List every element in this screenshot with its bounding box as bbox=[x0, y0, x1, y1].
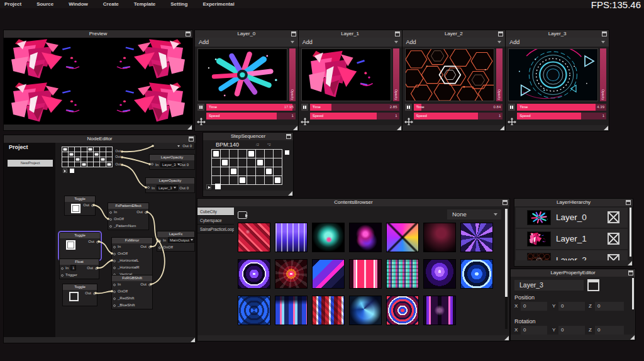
node-layeropacity-2[interactable]: LayerOpacityInLayer_3Out 0 bbox=[146, 178, 194, 192]
bpm-half-button[interactable]: /2 bbox=[256, 143, 259, 147]
node-fxmirror[interactable]: FxMirrorInOutOnOff_HorizontalL_Horizonta… bbox=[112, 238, 152, 278]
output-port[interactable] bbox=[93, 292, 96, 295]
resize-handle[interactable] bbox=[504, 336, 509, 340]
thumbnail-teal-burst[interactable] bbox=[312, 223, 345, 252]
layer-thumbnail[interactable] bbox=[301, 48, 391, 101]
input-port[interactable] bbox=[113, 260, 116, 262]
node-layerfx[interactable]: LayerFxInMainOutputOnOff bbox=[157, 231, 194, 251]
speed-slider[interactable]: Speed1 bbox=[310, 113, 399, 119]
resize-handle[interactable] bbox=[293, 126, 297, 130]
node-title[interactable]: Toggle bbox=[65, 196, 95, 202]
target-layer-select[interactable]: None bbox=[447, 209, 501, 219]
sidebar-item-newproject[interactable]: NewProject bbox=[8, 160, 53, 167]
delete-layer-button[interactable] bbox=[608, 211, 619, 223]
resize-handle[interactable] bbox=[630, 335, 635, 340]
delete-layer-button[interactable] bbox=[608, 233, 619, 245]
resize-handle[interactable] bbox=[628, 261, 632, 265]
node-title[interactable]: Toggle bbox=[63, 284, 97, 290]
window-icon[interactable] bbox=[602, 31, 607, 36]
opacity-slider[interactable]: Opacity bbox=[289, 48, 296, 101]
input-port[interactable] bbox=[158, 247, 161, 249]
window-icon[interactable] bbox=[498, 31, 503, 36]
menu-item-setting[interactable]: Setting bbox=[170, 1, 187, 7]
layer-thumbnail[interactable] bbox=[197, 48, 287, 101]
window-icon[interactable] bbox=[628, 270, 633, 275]
toggle-checkbox[interactable] bbox=[66, 240, 75, 250]
window-icon[interactable] bbox=[291, 31, 296, 36]
output-port[interactable] bbox=[91, 204, 94, 207]
step-sequencer-header[interactable]: StepSequencer bbox=[203, 133, 293, 140]
thumbnail-violet-tunnel[interactable] bbox=[238, 259, 270, 289]
step-indicator[interactable] bbox=[215, 184, 221, 189]
toggle-checkbox[interactable] bbox=[71, 204, 80, 213]
input-port[interactable] bbox=[113, 291, 116, 293]
resize-handle[interactable] bbox=[604, 126, 608, 130]
rotation-y-input[interactable]: 0 bbox=[558, 326, 585, 335]
resize-handle[interactable] bbox=[191, 338, 195, 342]
input-port[interactable] bbox=[113, 267, 116, 269]
thumbnail-dark-red-haze[interactable] bbox=[423, 223, 456, 252]
menu-item-template[interactable]: Template bbox=[134, 1, 156, 7]
node-title[interactable]: LayerOpacity bbox=[146, 178, 194, 184]
thumbnail-ring-mandala[interactable] bbox=[386, 296, 419, 325]
node-stepsequencer[interactable] bbox=[62, 147, 113, 170]
node-float[interactable]: FloatIn1OutTrigger bbox=[60, 259, 99, 279]
delete-layer-button[interactable] bbox=[608, 254, 619, 260]
add-effect-dropdown[interactable]: Add bbox=[402, 38, 506, 47]
menu-item-window[interactable]: Window bbox=[69, 1, 88, 7]
time-slider[interactable]: Time0.84 bbox=[414, 104, 503, 111]
hierarchy-scrollbar[interactable] bbox=[630, 208, 631, 257]
window-icon[interactable] bbox=[286, 134, 291, 139]
node-title[interactable]: LayerFx bbox=[157, 231, 194, 237]
add-effect-dropdown[interactable]: Add bbox=[299, 38, 402, 47]
input-port[interactable] bbox=[61, 274, 64, 277]
input-port[interactable] bbox=[113, 304, 116, 307]
pause-button[interactable] bbox=[301, 104, 308, 111]
input-port[interactable] bbox=[113, 246, 116, 248]
contents-browser-header[interactable]: ContentsBrowser bbox=[197, 199, 509, 206]
time-slider[interactable]: Time17.95 bbox=[206, 104, 296, 111]
input-port[interactable] bbox=[113, 297, 116, 300]
preview-header[interactable]: Preview bbox=[4, 30, 192, 38]
bpm-double-button[interactable]: *2 bbox=[267, 143, 271, 147]
output-port[interactable] bbox=[95, 267, 97, 270]
window-icon[interactable] bbox=[189, 136, 194, 142]
node-title[interactable]: FxMirror bbox=[112, 238, 152, 243]
speed-slider[interactable]: Speed1 bbox=[414, 113, 503, 119]
thumbnail-blue-panels[interactable] bbox=[312, 259, 345, 289]
add-effect-dropdown[interactable]: Add bbox=[195, 38, 298, 47]
layer-name-input[interactable]: Layer_3 bbox=[514, 280, 584, 291]
hierarchy-row-layer_2[interactable]: Layer_2 bbox=[516, 250, 628, 260]
input-port[interactable] bbox=[147, 186, 150, 189]
thumbnail-violet-hall[interactable] bbox=[423, 296, 456, 325]
position-z-input[interactable]: 0 bbox=[595, 302, 624, 311]
play-button[interactable] bbox=[206, 184, 211, 189]
thumbnail-purple-mosaic[interactable] bbox=[460, 223, 493, 252]
pause-button[interactable] bbox=[405, 104, 412, 111]
layer-thumbnail[interactable] bbox=[508, 48, 598, 101]
property-scrollbar[interactable] bbox=[632, 278, 634, 309]
opacity-slider[interactable]: Opacity bbox=[496, 48, 502, 101]
opacity-slider[interactable]: Opacity bbox=[600, 48, 606, 101]
opacity-slider[interactable]: Opacity bbox=[393, 48, 399, 101]
output-port[interactable] bbox=[96, 241, 99, 243]
pause-button[interactable] bbox=[508, 104, 515, 111]
thumbnail-blue-square-tunnel[interactable] bbox=[238, 296, 270, 325]
browser-scrollbar[interactable] bbox=[505, 209, 508, 329]
toggle-checkbox[interactable] bbox=[69, 292, 79, 301]
thumbnail-red-blue-cubes[interactable] bbox=[312, 296, 345, 325]
node-toggle-2[interactable]: ToggleOut bbox=[60, 233, 100, 259]
add-effect-dropdown[interactable]: Add bbox=[506, 38, 609, 47]
node-title[interactable]: FxPatternEffect bbox=[108, 203, 148, 209]
menu-item-project[interactable]: Project bbox=[4, 1, 21, 7]
layer-property-editor-header[interactable]: LayerPropertyEditor bbox=[511, 269, 635, 277]
speed-slider[interactable]: Speed1 bbox=[206, 113, 296, 119]
thumbnail-neon-symmetry[interactable] bbox=[386, 223, 419, 252]
input-port[interactable] bbox=[109, 218, 112, 221]
input-port[interactable] bbox=[113, 284, 116, 286]
layer-hierarchy-header[interactable]: LayerHierarchy bbox=[514, 199, 633, 206]
node-title[interactable]: LayerOpacity bbox=[150, 155, 194, 160]
thumbnail-glitch-weave[interactable] bbox=[386, 259, 419, 289]
hierarchy-row-layer_0[interactable]: Layer_0 bbox=[516, 208, 628, 228]
output-port[interactable] bbox=[145, 211, 147, 214]
